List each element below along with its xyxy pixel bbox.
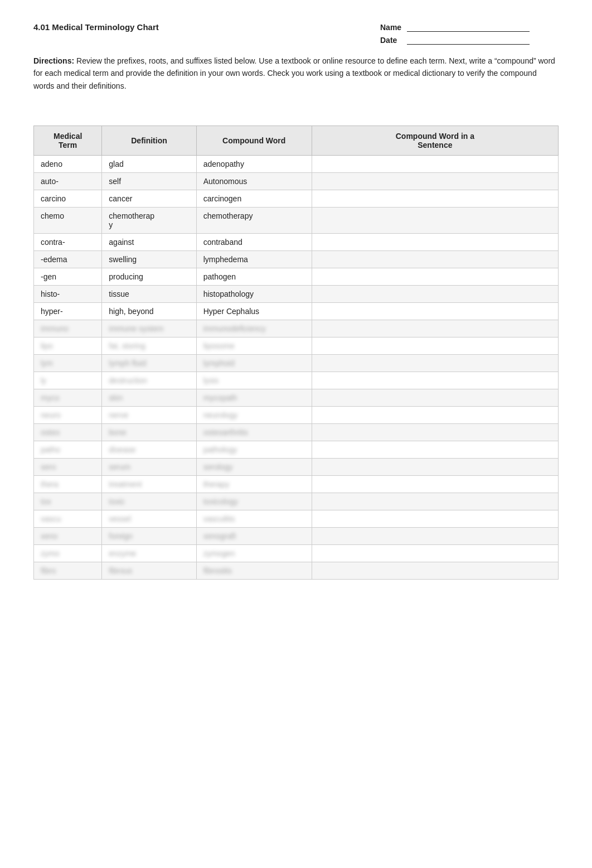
col-header-sentence: Compound Word in aSentence [312, 126, 558, 156]
term-cell: contra- [34, 234, 102, 251]
compound-cell: contraband [196, 234, 312, 251]
table-row: pathodiseasepathology [34, 441, 559, 459]
compound-cell: vasculitis [196, 510, 312, 528]
definition-cell: chemotherapy [102, 208, 196, 234]
table-row: lipofat, storingliposome [34, 337, 559, 355]
table-row: mycoskinmycopath [34, 389, 559, 407]
definition-cell: disease [102, 441, 196, 459]
sentence-cell [312, 320, 558, 337]
term-cell: histo- [34, 286, 102, 303]
table-row: lymlymph fluidlymphoid [34, 355, 559, 372]
sentence-cell [312, 372, 558, 389]
table-row: immunoimmune systemimmunodeficiency [34, 320, 559, 337]
table-row: adenogladadenopathy [34, 156, 559, 173]
term-cell: fibro [34, 562, 102, 580]
table-row: zymoenzymezymogen [34, 545, 559, 562]
definition-cell: immune system [102, 320, 196, 337]
definition-cell: glad [102, 156, 196, 173]
compound-cell: xenograft [196, 528, 312, 545]
table-row: auto-selfAutonomous [34, 173, 559, 190]
term-cell: auto- [34, 173, 102, 190]
compound-cell: immunodeficiency [196, 320, 312, 337]
definition-cell: self [102, 173, 196, 190]
compound-cell: pathogen [196, 268, 312, 286]
sentence-cell [312, 173, 558, 190]
term-cell: lipo [34, 337, 102, 355]
compound-cell: lymphedema [196, 251, 312, 268]
compound-cell: Autonomous [196, 173, 312, 190]
table-row: carcinocancercarcinogen [34, 190, 559, 208]
term-cell: -edema [34, 251, 102, 268]
compound-cell: mycopath [196, 389, 312, 407]
definition-cell: high, beyond [102, 303, 196, 320]
term-cell: vascu [34, 510, 102, 528]
term-cell: thera [34, 476, 102, 493]
compound-cell: chemotherapy [196, 208, 312, 234]
sentence-cell [312, 156, 558, 173]
term-cell: -gen [34, 268, 102, 286]
table-container: MedicalTerm Definition Compound Word Com… [33, 126, 559, 580]
sentence-cell [312, 493, 558, 510]
compound-cell: carcinogen [196, 190, 312, 208]
sentence-cell [312, 459, 558, 476]
sentence-cell [312, 234, 558, 251]
table-row: vascuvesselvasculitis [34, 510, 559, 528]
compound-cell: neurology [196, 407, 312, 424]
sentence-cell [312, 208, 558, 234]
table-row: contra-againstcontraband [34, 234, 559, 251]
name-input[interactable] [407, 22, 530, 32]
term-cell: adeno [34, 156, 102, 173]
date-label: Date [380, 36, 402, 45]
table-row: chemochemotherapychemotherapy [34, 208, 559, 234]
definition-cell: lymph fluid [102, 355, 196, 372]
table-row: neuronerveneurology [34, 407, 559, 424]
sentence-cell [312, 190, 558, 208]
definition-cell: treatment [102, 476, 196, 493]
terminology-table: MedicalTerm Definition Compound Word Com… [33, 126, 559, 580]
definition-cell: foreign [102, 528, 196, 545]
date-line: Date [380, 35, 559, 45]
definition-cell: bone [102, 424, 196, 441]
definition-cell: toxic [102, 493, 196, 510]
name-line: Name [380, 22, 559, 32]
compound-cell: lymphoid [196, 355, 312, 372]
col-header-compound: Compound Word [196, 126, 312, 156]
definition-cell: producing [102, 268, 196, 286]
term-cell: neuro [34, 407, 102, 424]
term-cell: xeno [34, 528, 102, 545]
compound-cell: osteoarthritis [196, 424, 312, 441]
sentence-cell [312, 303, 558, 320]
term-cell: ly [34, 372, 102, 389]
sentence-cell [312, 268, 558, 286]
term-cell: patho [34, 441, 102, 459]
table-row: histo-tissuehistopathology [34, 286, 559, 303]
compound-cell: fibrositis [196, 562, 312, 580]
directions-text: Directions: Review the prefixes, roots, … [33, 55, 559, 92]
definition-cell: against [102, 234, 196, 251]
definition-cell: fat, storing [102, 337, 196, 355]
sentence-cell [312, 337, 558, 355]
term-cell: sero [34, 459, 102, 476]
table-row: hyper-high, beyondHyper Cephalus [34, 303, 559, 320]
table-row: osteoboneosteoarthritis [34, 424, 559, 441]
table-row: -edemaswellinglymphedema [34, 251, 559, 268]
sentence-cell [312, 528, 558, 545]
date-input[interactable] [407, 35, 530, 45]
sentence-cell [312, 510, 558, 528]
compound-cell: therapy [196, 476, 312, 493]
definition-cell: vessel [102, 510, 196, 528]
term-cell: tox [34, 493, 102, 510]
definition-cell: swelling [102, 251, 196, 268]
compound-cell: toxicology [196, 493, 312, 510]
sentence-cell [312, 286, 558, 303]
compound-cell: liposome [196, 337, 312, 355]
definition-cell: serum [102, 459, 196, 476]
sentence-cell [312, 407, 558, 424]
definition-cell: tissue [102, 286, 196, 303]
sentence-cell [312, 476, 558, 493]
table-header-row: MedicalTerm Definition Compound Word Com… [34, 126, 559, 156]
definition-cell: nerve [102, 407, 196, 424]
compound-cell: pathology [196, 441, 312, 459]
col-header-definition: Definition [102, 126, 196, 156]
term-cell: zymo [34, 545, 102, 562]
